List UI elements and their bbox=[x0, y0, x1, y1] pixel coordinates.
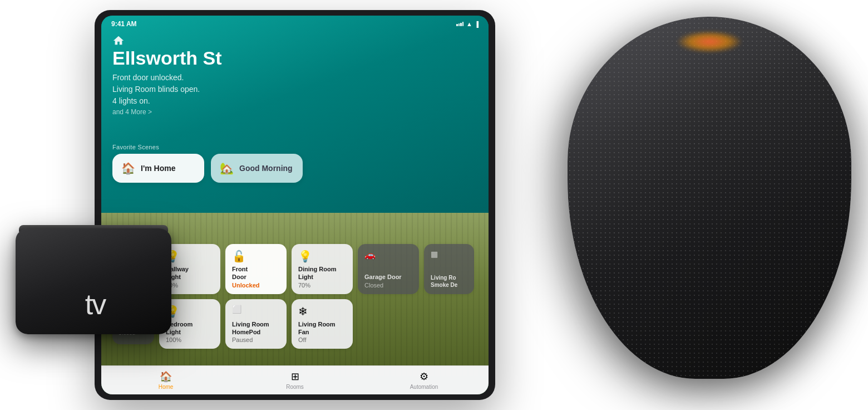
dining-light-icon: 💡 bbox=[298, 250, 346, 263]
homepod-mesh bbox=[568, 17, 851, 379]
homepod-top-light bbox=[676, 31, 743, 53]
scene-im-home[interactable]: 🏠 I'm Home bbox=[112, 154, 204, 183]
status-time: 9:41 AM bbox=[111, 20, 137, 28]
homepod-tile-name: Living RoomHomePod bbox=[232, 320, 280, 336]
status-bar: 9:41 AM ▲ ▐ bbox=[101, 16, 489, 32]
status-line-2: Living Room blinds open. bbox=[112, 85, 200, 94]
homepod-tile-status: Paused bbox=[232, 336, 280, 343]
status-icons: ▲ ▐ bbox=[456, 21, 479, 27]
tile-garage-door[interactable]: 🚗 Garage Door Closed bbox=[358, 244, 419, 294]
home-status-summary: Front door unlocked. Living Room blinds … bbox=[112, 72, 477, 107]
dining-light-name: Dining RoomLight bbox=[298, 265, 346, 281]
fan-icon: ❄ bbox=[298, 305, 346, 318]
good-morning-label: Good Morning bbox=[239, 164, 293, 173]
tab-home[interactable]: 🏠 Home bbox=[101, 370, 230, 390]
scene: 9:41 AM ▲ ▐ bbox=[0, 0, 868, 410]
good-morning-icon: 🏡 bbox=[220, 162, 234, 175]
atv-logo: tv bbox=[82, 290, 105, 319]
homepod bbox=[512, 0, 868, 410]
signal-icon bbox=[456, 22, 464, 26]
tab-home-label: Home bbox=[159, 384, 174, 390]
garage-door-status: Closed bbox=[364, 282, 412, 289]
battery-icon: ▐ bbox=[475, 21, 479, 27]
tab-rooms-label: Rooms bbox=[286, 384, 304, 390]
tab-home-icon: 🏠 bbox=[160, 370, 172, 383]
favorite-scenes-label: Favorite Scenes bbox=[112, 144, 159, 150]
smoke-name: Living RoSmoke De bbox=[431, 274, 467, 289]
house-icon bbox=[112, 35, 125, 47]
im-home-label: I'm Home bbox=[141, 164, 175, 173]
tab-automation-icon: ⚙ bbox=[420, 370, 428, 383]
more-status-link[interactable]: and 4 More > bbox=[112, 108, 477, 116]
tile-fan[interactable]: ❄ Living RoomFan Off bbox=[292, 299, 353, 349]
fan-status: Off bbox=[298, 336, 346, 343]
home-title: Ellsworth St bbox=[112, 48, 477, 69]
smoke-icon: ▦ bbox=[431, 250, 467, 258]
front-door-icon: 🔓 bbox=[232, 250, 280, 263]
homepod-tile-icon: ⬜ bbox=[232, 305, 280, 314]
status-line-3: 4 lights on. bbox=[112, 96, 150, 105]
front-door-name: FrontDoor bbox=[232, 265, 280, 281]
im-home-icon: 🏠 bbox=[121, 162, 135, 175]
garage-door-icon: 🚗 bbox=[364, 250, 412, 260]
scene-good-morning[interactable]: 🏡 Good Morning bbox=[211, 154, 303, 183]
tab-automation-label: Automation bbox=[410, 384, 438, 390]
tile-front-door[interactable]: 🔓 FrontDoor Unlocked bbox=[225, 244, 287, 294]
ipad-header: Ellsworth St Front door unlocked. Living… bbox=[112, 48, 477, 116]
fan-name: Living RoomFan bbox=[298, 320, 346, 336]
apple-tv: tv bbox=[16, 212, 188, 351]
atv-body: tv bbox=[16, 228, 171, 334]
scenes-row: 🏠 I'm Home 🏡 Good Morning bbox=[112, 154, 303, 183]
atv-tv-label: tv bbox=[85, 290, 105, 319]
front-door-status: Unlocked bbox=[232, 282, 280, 289]
homepod-body bbox=[568, 17, 851, 379]
tab-rooms[interactable]: ⊞ Rooms bbox=[230, 370, 359, 390]
tile-dining-light[interactable]: 💡 Dining RoomLight 70% bbox=[292, 244, 353, 294]
status-line-1: Front door unlocked. bbox=[112, 73, 184, 82]
dining-light-status: 70% bbox=[298, 282, 346, 289]
tab-automation[interactable]: ⚙ Automation bbox=[359, 370, 489, 390]
tile-homepod[interactable]: ⬜ Living RoomHomePod Paused bbox=[225, 299, 287, 349]
wifi-icon: ▲ bbox=[466, 21, 472, 27]
tab-bar: 🏠 Home ⊞ Rooms ⚙ Automation bbox=[101, 365, 489, 394]
tab-rooms-icon: ⊞ bbox=[291, 370, 299, 383]
tile-smoke-detector[interactable]: ▦ Living RoSmoke De bbox=[424, 244, 474, 294]
garage-door-name: Garage Door bbox=[364, 273, 412, 281]
